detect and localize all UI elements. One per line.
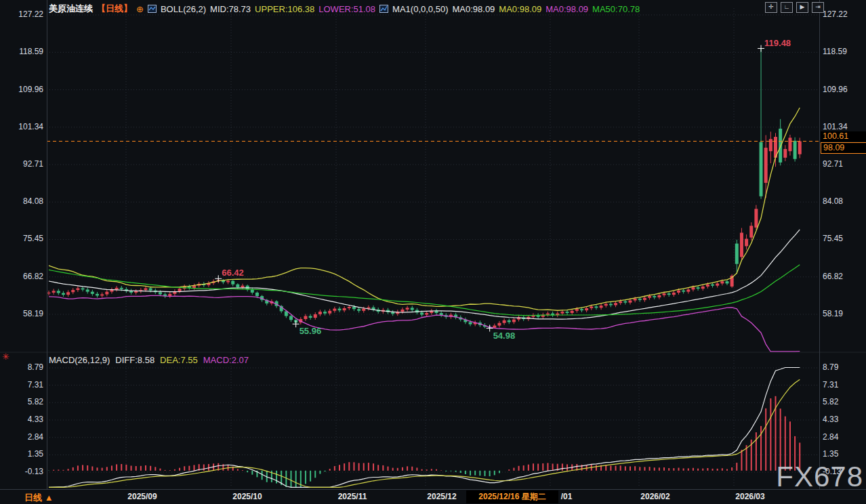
price-annotation: 55.96: [300, 326, 322, 336]
macd-label: MACD(26,12,9): [49, 355, 110, 365]
axis-play-icon[interactable]: ▶: [796, 2, 808, 13]
chart-window: 美原油连续 【日线】 ⊕ BOLL(26,2) MID:78.73 UPPER:…: [0, 0, 866, 504]
price-annotation: 54.98: [493, 331, 516, 341]
boll-lower-value: LOWER:51.08: [318, 4, 375, 14]
right-axis-border: [819, 0, 820, 489]
x-axis-month-label: 2025/10: [232, 492, 262, 501]
boll-mid-value: MID:78.73: [210, 4, 251, 14]
x-axis-month-label: 2025/11: [338, 492, 367, 501]
chart-toolbar: ✛∟▶⇥: [765, 2, 824, 13]
boll-label: BOLL(26,2): [161, 4, 206, 14]
ma0-white-value: MA0:98.09: [452, 4, 495, 14]
macd-macd-value: MACD:2.07: [203, 355, 249, 365]
add-indicator-icon[interactable]: ⊕: [136, 4, 144, 14]
pan-icon[interactable]: ✛: [765, 2, 777, 13]
left-axis-border: [47, 0, 47, 489]
chevron-up-icon: ▲: [45, 492, 54, 503]
indicator-header: 美原油连续 【日线】 ⊕ BOLL(26,2) MID:78.73 UPPER:…: [49, 3, 640, 15]
crosshair-date-label: 2025/12/16 星期二: [466, 490, 558, 503]
chart-area[interactable]: [0, 0, 866, 504]
macd-header: MACD(26,12,9) DIFF:8.58 DEA:7.55 MACD:2.…: [49, 355, 249, 365]
boll-upper-value: UPPER:106.38: [255, 4, 314, 14]
macd-dea-value: DEA:7.55: [160, 355, 198, 365]
period-tag[interactable]: 【日线】: [97, 3, 132, 15]
upper-price-label: 100.61: [821, 131, 866, 142]
axis-scale-icon[interactable]: ∟: [781, 2, 793, 13]
price-annotation: 119.48: [764, 38, 791, 48]
ma0-yellow-value: MA0:98.09: [499, 4, 541, 14]
price-annotation: 66.42: [222, 268, 244, 278]
x-axis-month-label: 2026/03: [735, 492, 764, 501]
ma-label: MA1(0,0,0,50): [392, 4, 448, 14]
ma0-magenta-value: MA0:98.09: [545, 4, 588, 14]
x-axis-month-label: /01: [561, 492, 573, 501]
macd-diff-value: DIFF:8.58: [115, 355, 154, 365]
last-price-label: 98.09: [821, 142, 866, 154]
ma50-value: MA50:70.78: [592, 4, 640, 14]
red-asterisk-icon[interactable]: ✳: [2, 352, 9, 362]
period-selector[interactable]: 日线 ▲: [24, 492, 54, 504]
x-axis-month-label: 2025/09: [127, 492, 157, 501]
symbol-title: 美原油连续: [49, 3, 93, 15]
boll-indicator-icon[interactable]: [148, 5, 157, 13]
x-axis-month-label: 2025/12: [427, 492, 456, 501]
collapse-right-icon[interactable]: ⇥: [812, 2, 824, 13]
fx678-watermark: FX678: [776, 461, 863, 493]
ma-indicator-icon[interactable]: [379, 5, 388, 13]
x-axis-month-label: 2026/02: [640, 492, 669, 501]
time-axis-bar: 日线 ▲ 2025/092025/102025/112025/12/012026…: [0, 489, 866, 504]
